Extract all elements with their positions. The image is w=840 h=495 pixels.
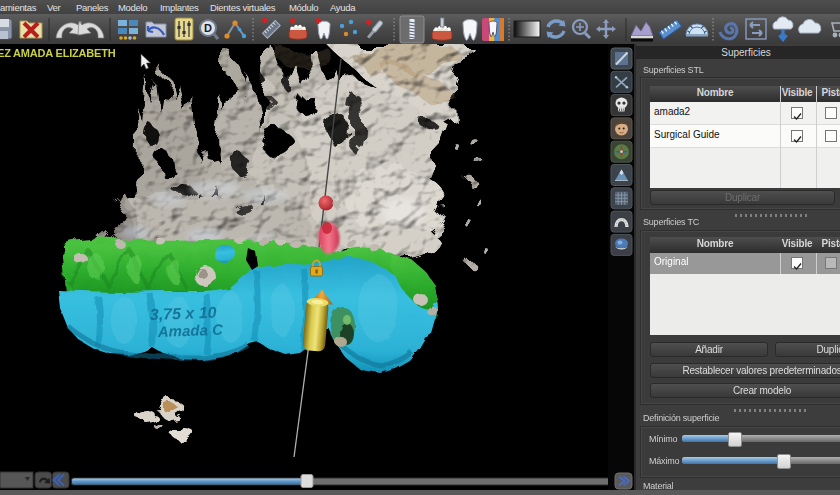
svg-text:EZ AMADA ELIZABETH: EZ AMADA ELIZABETH [0, 47, 116, 59]
svg-text:3,75 x 10: 3,75 x 10 [150, 304, 217, 323]
svg-text:Amada C: Amada C [157, 321, 225, 340]
svg-text:D: D [204, 22, 212, 34]
